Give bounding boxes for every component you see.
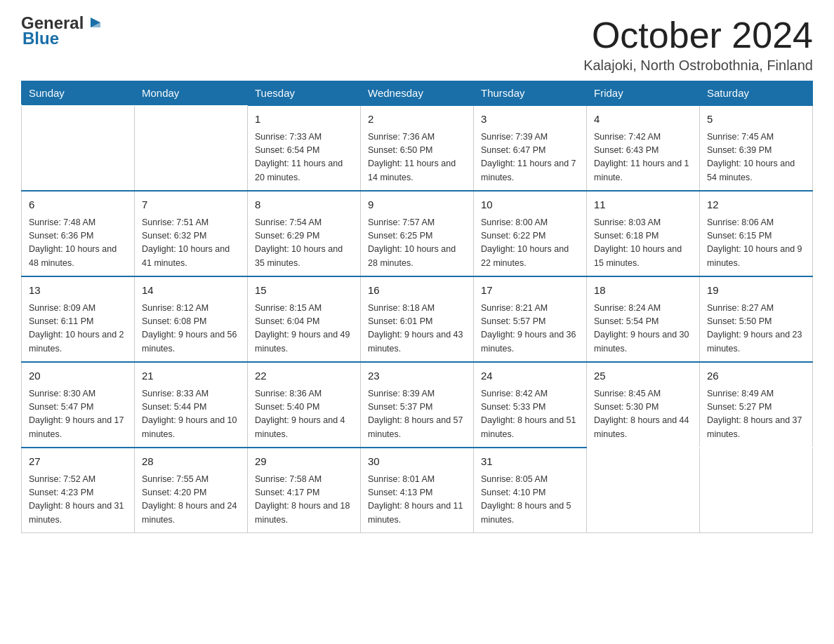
calendar-cell: 12Sunrise: 8:06 AMSunset: 6:15 PMDayligh…: [700, 191, 813, 276]
calendar-cell: 11Sunrise: 8:03 AMSunset: 6:18 PMDayligh…: [587, 191, 700, 276]
day-number: 24: [481, 368, 579, 384]
svg-marker-1: [91, 22, 100, 27]
day-number: 27: [29, 454, 127, 470]
column-header-saturday: Saturday: [700, 81, 813, 106]
calendar-cell: 24Sunrise: 8:42 AMSunset: 5:33 PMDayligh…: [474, 362, 587, 448]
day-info: Sunrise: 8:18 AMSunset: 6:01 PMDaylight:…: [368, 302, 466, 356]
day-info: Sunrise: 8:39 AMSunset: 5:37 PMDaylight:…: [368, 387, 466, 442]
calendar-header-row: SundayMondayTuesdayWednesdayThursdayFrid…: [22, 81, 813, 106]
calendar-cell: 8Sunrise: 7:54 AMSunset: 6:29 PMDaylight…: [248, 191, 361, 276]
day-number: 28: [142, 454, 240, 470]
calendar-cell: 21Sunrise: 8:33 AMSunset: 5:44 PMDayligh…: [135, 362, 248, 448]
calendar-cell: 3Sunrise: 7:39 AMSunset: 6:47 PMDaylight…: [474, 105, 587, 191]
day-info: Sunrise: 8:36 AMSunset: 5:40 PMDaylight:…: [255, 387, 353, 442]
day-info: Sunrise: 8:06 AMSunset: 6:15 PMDaylight:…: [707, 216, 805, 271]
day-info: Sunrise: 8:30 AMSunset: 5:47 PMDaylight:…: [29, 387, 127, 442]
day-number: 7: [142, 197, 240, 213]
day-info: Sunrise: 8:21 AMSunset: 5:57 PMDaylight:…: [481, 302, 579, 356]
logo: General Blue: [21, 14, 103, 48]
day-info: Sunrise: 7:42 AMSunset: 6:43 PMDaylight:…: [594, 130, 692, 185]
day-info: Sunrise: 7:58 AMSunset: 4:17 PMDaylight:…: [255, 473, 353, 528]
calendar-cell: 25Sunrise: 8:45 AMSunset: 5:30 PMDayligh…: [587, 362, 700, 448]
day-number: 13: [29, 283, 127, 299]
calendar-cell: 13Sunrise: 8:09 AMSunset: 6:11 PMDayligh…: [22, 276, 135, 362]
day-number: 8: [255, 197, 353, 213]
day-info: Sunrise: 8:03 AMSunset: 6:18 PMDaylight:…: [594, 216, 692, 271]
calendar-cell: 2Sunrise: 7:36 AMSunset: 6:50 PMDaylight…: [361, 105, 474, 191]
day-info: Sunrise: 7:33 AMSunset: 6:54 PMDaylight:…: [255, 130, 353, 185]
column-header-tuesday: Tuesday: [248, 81, 361, 106]
calendar-table: SundayMondayTuesdayWednesdayThursdayFrid…: [21, 81, 813, 533]
day-number: 23: [368, 368, 466, 384]
day-number: 29: [255, 454, 353, 470]
calendar-cell: 28Sunrise: 7:55 AMSunset: 4:20 PMDayligh…: [135, 448, 248, 533]
column-header-thursday: Thursday: [474, 81, 587, 106]
calendar-cell: [22, 105, 135, 191]
day-number: 14: [142, 283, 240, 299]
day-info: Sunrise: 7:48 AMSunset: 6:36 PMDaylight:…: [29, 216, 127, 271]
day-info: Sunrise: 8:09 AMSunset: 6:11 PMDaylight:…: [29, 302, 127, 356]
calendar-cell: [587, 448, 700, 533]
column-header-wednesday: Wednesday: [361, 81, 474, 106]
logo-blue-text: Blue: [22, 29, 59, 48]
day-info: Sunrise: 8:33 AMSunset: 5:44 PMDaylight:…: [142, 387, 240, 442]
day-number: 26: [707, 368, 805, 384]
day-number: 17: [481, 283, 579, 299]
day-number: 15: [255, 283, 353, 299]
day-number: 2: [368, 112, 466, 128]
day-number: 5: [707, 112, 805, 128]
day-info: Sunrise: 7:36 AMSunset: 6:50 PMDaylight:…: [368, 130, 466, 185]
calendar-cell: 15Sunrise: 8:15 AMSunset: 6:04 PMDayligh…: [248, 276, 361, 362]
day-info: Sunrise: 8:42 AMSunset: 5:33 PMDaylight:…: [481, 387, 579, 442]
day-info: Sunrise: 7:54 AMSunset: 6:29 PMDaylight:…: [255, 216, 353, 271]
calendar-cell: 1Sunrise: 7:33 AMSunset: 6:54 PMDaylight…: [248, 105, 361, 191]
day-number: 31: [481, 454, 579, 470]
calendar-cell: 18Sunrise: 8:24 AMSunset: 5:54 PMDayligh…: [587, 276, 700, 362]
day-info: Sunrise: 7:55 AMSunset: 4:20 PMDaylight:…: [142, 473, 240, 528]
day-info: Sunrise: 7:52 AMSunset: 4:23 PMDaylight:…: [29, 473, 127, 528]
day-number: 1: [255, 112, 353, 128]
calendar-cell: 19Sunrise: 8:27 AMSunset: 5:50 PMDayligh…: [700, 276, 813, 362]
day-info: Sunrise: 8:24 AMSunset: 5:54 PMDaylight:…: [594, 302, 692, 356]
calendar-cell: 22Sunrise: 8:36 AMSunset: 5:40 PMDayligh…: [248, 362, 361, 448]
calendar-cell: 27Sunrise: 7:52 AMSunset: 4:23 PMDayligh…: [22, 448, 135, 533]
day-info: Sunrise: 8:27 AMSunset: 5:50 PMDaylight:…: [707, 302, 805, 356]
calendar-cell: 31Sunrise: 8:05 AMSunset: 4:10 PMDayligh…: [474, 448, 587, 533]
day-info: Sunrise: 8:45 AMSunset: 5:30 PMDaylight:…: [594, 387, 692, 442]
day-number: 4: [594, 112, 692, 128]
day-info: Sunrise: 8:05 AMSunset: 4:10 PMDaylight:…: [481, 473, 579, 528]
day-number: 16: [368, 283, 466, 299]
day-number: 20: [29, 368, 127, 384]
day-info: Sunrise: 8:01 AMSunset: 4:13 PMDaylight:…: [368, 473, 466, 528]
day-info: Sunrise: 7:39 AMSunset: 6:47 PMDaylight:…: [481, 130, 579, 185]
day-number: 6: [29, 197, 127, 213]
calendar-cell: 17Sunrise: 8:21 AMSunset: 5:57 PMDayligh…: [474, 276, 587, 362]
day-number: 22: [255, 368, 353, 384]
calendar-cell: 16Sunrise: 8:18 AMSunset: 6:01 PMDayligh…: [361, 276, 474, 362]
day-number: 18: [594, 283, 692, 299]
calendar-cell: 7Sunrise: 7:51 AMSunset: 6:32 PMDaylight…: [135, 191, 248, 276]
day-info: Sunrise: 7:45 AMSunset: 6:39 PMDaylight:…: [707, 130, 805, 185]
day-info: Sunrise: 7:57 AMSunset: 6:25 PMDaylight:…: [368, 216, 466, 271]
calendar-cell: 30Sunrise: 8:01 AMSunset: 4:13 PMDayligh…: [361, 448, 474, 533]
day-info: Sunrise: 7:51 AMSunset: 6:32 PMDaylight:…: [142, 216, 240, 271]
calendar-cell: 20Sunrise: 8:30 AMSunset: 5:47 PMDayligh…: [22, 362, 135, 448]
day-number: 19: [707, 283, 805, 299]
month-title: October 2024: [583, 14, 813, 56]
title-section: October 2024 Kalajoki, North Ostrobothni…: [583, 14, 813, 74]
week-row-3: 13Sunrise: 8:09 AMSunset: 6:11 PMDayligh…: [22, 276, 813, 362]
calendar-cell: [135, 105, 248, 191]
calendar-cell: 6Sunrise: 7:48 AMSunset: 6:36 PMDaylight…: [22, 191, 135, 276]
calendar-cell: 9Sunrise: 7:57 AMSunset: 6:25 PMDaylight…: [361, 191, 474, 276]
day-number: 30: [368, 454, 466, 470]
calendar-cell: 5Sunrise: 7:45 AMSunset: 6:39 PMDaylight…: [700, 105, 813, 191]
day-number: 3: [481, 112, 579, 128]
calendar-cell: 14Sunrise: 8:12 AMSunset: 6:08 PMDayligh…: [135, 276, 248, 362]
location-subtitle: Kalajoki, North Ostrobothnia, Finland: [583, 58, 813, 74]
calendar-cell: 26Sunrise: 8:49 AMSunset: 5:27 PMDayligh…: [700, 362, 813, 448]
logo-icon: [85, 13, 103, 32]
day-info: Sunrise: 8:49 AMSunset: 5:27 PMDaylight:…: [707, 387, 805, 442]
week-row-4: 20Sunrise: 8:30 AMSunset: 5:47 PMDayligh…: [22, 362, 813, 448]
day-number: 25: [594, 368, 692, 384]
column-header-friday: Friday: [587, 81, 700, 106]
